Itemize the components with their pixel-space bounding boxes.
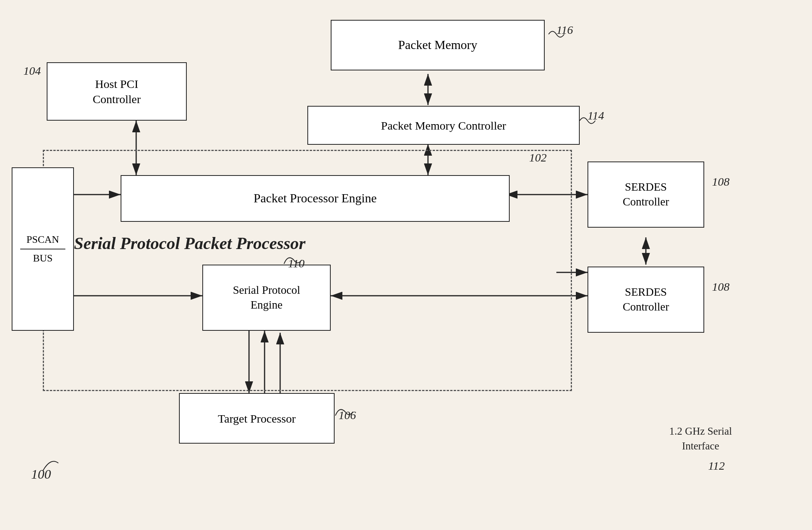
- packet-memory-block: Packet Memory: [331, 20, 545, 70]
- host-pci-controller-block: Host PCIController: [47, 62, 187, 121]
- ref-108-bottom-label: 108: [712, 280, 730, 293]
- pscan-label: PSCAN: [26, 233, 59, 246]
- ref-108-top-label: 108: [712, 175, 730, 188]
- ref-102-label: 102: [529, 151, 547, 164]
- packet-memory-controller-block: Packet Memory Controller: [307, 106, 580, 145]
- squiggle-100: [39, 455, 62, 475]
- squiggle-106: [331, 404, 355, 419]
- tp-label: Target Processor: [218, 411, 296, 426]
- ref-104-label: 104: [23, 64, 41, 77]
- ghz-label: 1.2 GHz SerialInterface: [669, 424, 732, 454]
- serial-protocol-engine-block: Serial ProtocolEngine: [202, 265, 331, 331]
- pscan-bus-block: PSCAN BUS: [12, 167, 74, 331]
- bus-label: BUS: [33, 252, 53, 265]
- serdes-top-label: SERDESController: [623, 180, 669, 209]
- squiggle-116: [545, 26, 568, 42]
- spe-label: Serial ProtocolEngine: [233, 283, 300, 312]
- sppp-label: Serial Protocol Packet Processor: [74, 233, 305, 253]
- serdes-controller-top-block: SERDESController: [588, 161, 704, 228]
- squiggle-114: [576, 113, 599, 128]
- ref-112-label: 112: [708, 459, 725, 472]
- diagram-container: Packet Memory 116 Packet Memory Controll…: [0, 0, 812, 530]
- squiggle-110: [280, 252, 303, 268]
- packet-processor-engine-block: Packet Processor Engine: [121, 175, 510, 222]
- pmc-label: Packet Memory Controller: [381, 118, 506, 133]
- serdes-bottom-label: SERDESController: [623, 285, 669, 314]
- ppe-label: Packet Processor Engine: [254, 190, 377, 207]
- hpci-label: Host PCIController: [93, 76, 140, 107]
- packet-memory-label: Packet Memory: [398, 37, 477, 53]
- target-processor-block: Target Processor: [179, 393, 335, 444]
- serdes-controller-bottom-block: SERDESController: [588, 267, 704, 333]
